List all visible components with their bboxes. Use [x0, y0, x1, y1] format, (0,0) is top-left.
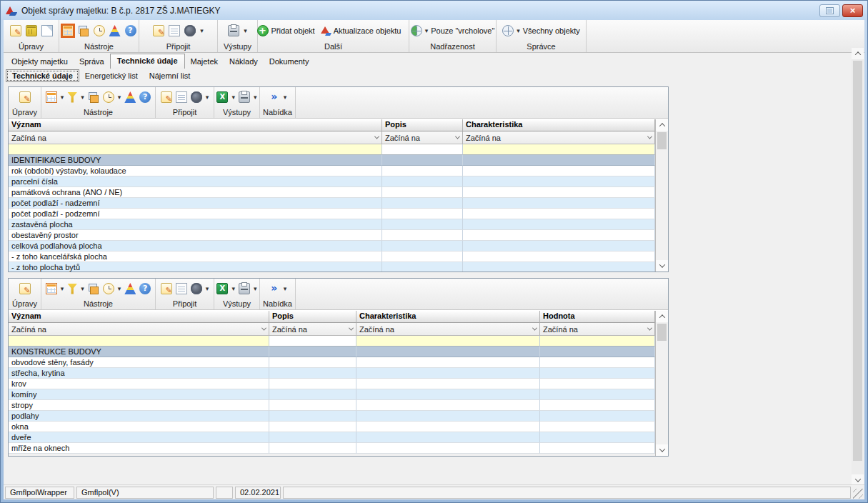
subtab-technicke-udaje[interactable]: Technické údaje [6, 69, 79, 82]
chevron-down-icon[interactable]: ▾ [244, 25, 247, 36]
column-header[interactable]: Význam [9, 119, 382, 131]
filter-operator-dropdown[interactable]: Začíná na [382, 131, 463, 144]
column-header[interactable]: Charakteristika [356, 311, 540, 323]
table-view-icon[interactable] [62, 25, 74, 36]
table-row[interactable]: celková podlahová plocha [9, 241, 655, 252]
subtab-energeticky-list[interactable]: Energetický list [79, 69, 144, 83]
column-header[interactable]: Popis [269, 311, 356, 323]
table-row[interactable]: obestavěný prostor [9, 230, 655, 241]
superiority-dropdown[interactable]: ▾ Pouze "vrcholove" [411, 25, 495, 36]
table-view-icon[interactable] [46, 91, 57, 103]
filter-operator-dropdown[interactable]: Začíná na [9, 323, 269, 336]
filter-operator-dropdown[interactable]: Začíná na [463, 131, 655, 144]
chevron-down-icon[interactable]: ▾ [61, 283, 64, 294]
camera-icon[interactable] [191, 91, 202, 103]
scroll-up-button[interactable] [656, 119, 668, 131]
table-row[interactable]: krov [9, 379, 655, 389]
tab-objekty-majetku[interactable]: Objekty majetku [6, 55, 74, 69]
camera-icon[interactable] [184, 25, 196, 36]
filter-input[interactable] [269, 336, 356, 347]
history-icon[interactable] [94, 25, 105, 36]
printer-icon[interactable] [228, 25, 239, 36]
column-header[interactable]: Hodnota [540, 311, 655, 323]
add-object-button[interactable]: Přidat objekt [257, 25, 315, 36]
printer-icon[interactable] [239, 91, 250, 103]
attach-note-icon[interactable] [161, 91, 172, 103]
table-row[interactable]: střecha, krytina [9, 368, 655, 379]
camera-icon[interactable] [191, 283, 202, 294]
manager-dropdown[interactable]: ▾ Všechny objekty [502, 25, 580, 36]
excel-export-icon[interactable] [216, 91, 228, 103]
chevron-down-icon[interactable]: ▾ [254, 91, 257, 103]
chevron-down-icon[interactable]: ▾ [118, 91, 121, 103]
table-row[interactable]: - z toho kancelářská plocha [9, 252, 655, 262]
section-row[interactable]: IDENTIFIKACE BUDOVY [9, 155, 655, 166]
edit-icon[interactable] [19, 91, 31, 103]
document-icon[interactable] [176, 283, 187, 294]
table-row[interactable]: zastavěná plocha [9, 219, 655, 230]
edit-icon[interactable] [19, 283, 31, 294]
table-row[interactable]: dveře [9, 432, 655, 443]
table-row[interactable]: obvodové stěny, fasády [9, 357, 655, 368]
table-row[interactable]: počet podlaží - nadzemní [9, 198, 655, 209]
filter-input[interactable] [382, 144, 463, 155]
filter-input[interactable] [356, 336, 540, 347]
attach-note-icon[interactable] [153, 25, 164, 36]
chevron-down-icon[interactable]: ▾ [206, 283, 209, 294]
filter-icon[interactable] [67, 284, 77, 294]
resize-grip[interactable] [853, 489, 863, 499]
filter-input[interactable] [9, 336, 269, 347]
column-header[interactable]: Charakteristika [463, 119, 655, 131]
column-header[interactable]: Popis [382, 119, 463, 131]
tab-majetek[interactable]: Majetek [185, 55, 224, 69]
edit-icon[interactable] [10, 25, 21, 36]
filter-operator-dropdown[interactable]: Začíná na [540, 323, 655, 336]
scroll-down-button[interactable] [656, 260, 668, 272]
chevron-down-icon[interactable]: ▾ [231, 283, 235, 294]
menu-icon[interactable] [269, 283, 280, 294]
chevron-down-icon[interactable]: ▾ [284, 283, 287, 294]
page-vertical-scrollbar[interactable] [852, 48, 864, 486]
filter-input[interactable] [9, 144, 382, 155]
table-row[interactable]: podlahy [9, 411, 655, 422]
grid2-vertical-scrollbar[interactable] [655, 311, 668, 456]
subtab-najemni-list[interactable]: Nájemní list [144, 69, 196, 83]
chevron-down-icon[interactable]: ▾ [254, 283, 257, 294]
scrollbar-thumb[interactable] [853, 61, 862, 461]
chevron-down-icon[interactable]: ▾ [61, 91, 64, 103]
document-icon[interactable] [169, 25, 180, 36]
filter-operator-dropdown[interactable]: Začíná na [9, 131, 382, 144]
table-row[interactable]: počet podlaží - podzemní [9, 209, 655, 219]
maximize-button[interactable] [819, 4, 840, 17]
filter-operator-dropdown[interactable]: Začíná na [356, 323, 540, 336]
document-icon[interactable] [176, 91, 187, 103]
help-icon[interactable] [125, 25, 136, 36]
tab-dokumenty[interactable]: Dokumenty [264, 55, 315, 69]
attach-note-icon[interactable] [161, 283, 172, 294]
update-object-button[interactable]: Aktualizace objektu [319, 25, 401, 36]
scrollbar-thumb[interactable] [657, 132, 667, 149]
history-icon[interactable] [103, 91, 114, 103]
excel-export-icon[interactable] [216, 283, 228, 294]
table-row[interactable]: komíny [9, 389, 655, 400]
chevron-down-icon[interactable]: ▾ [118, 283, 121, 294]
table-row[interactable]: mříže na oknech [9, 443, 655, 454]
scroll-down-button[interactable] [656, 444, 668, 456]
copy-icon[interactable] [41, 25, 53, 36]
scroll-up-button[interactable] [852, 48, 864, 59]
close-button[interactable]: × [842, 4, 863, 17]
chevron-down-icon[interactable]: ▾ [81, 283, 84, 294]
grid1-vertical-scrollbar[interactable] [655, 119, 668, 272]
tab-sprava[interactable]: Správa [74, 55, 110, 69]
chevron-down-icon[interactable]: ▾ [231, 91, 235, 103]
pyramid-icon[interactable] [109, 25, 121, 36]
filter-icon[interactable] [67, 92, 77, 103]
tab-technicke-udaje[interactable]: Technické údaje [110, 54, 185, 69]
layers-icon[interactable] [88, 283, 99, 294]
chevron-down-icon[interactable]: ▾ [284, 91, 287, 103]
pyramid-icon[interactable] [124, 91, 136, 103]
layers-icon[interactable] [78, 25, 89, 36]
table-row[interactable]: rok (období) výstavby, kolaudace [9, 166, 655, 176]
chevron-down-icon[interactable]: ▾ [200, 25, 204, 36]
menu-icon[interactable] [269, 91, 280, 103]
